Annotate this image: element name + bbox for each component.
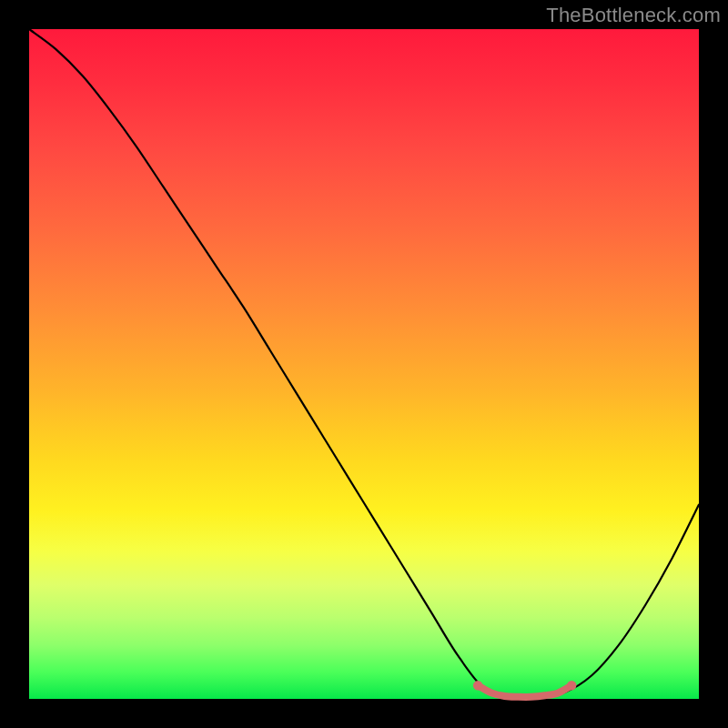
- chart-frame: TheBottleneck.com: [0, 0, 728, 728]
- optimal-range-start-dot: [473, 681, 482, 690]
- bottleneck-curve: [29, 29, 699, 698]
- plot-area: [29, 29, 699, 699]
- watermark-text: TheBottleneck.com: [546, 4, 721, 27]
- optimal-range-end-dot: [567, 681, 576, 690]
- chart-svg: [29, 29, 699, 699]
- optimal-range-marker: [478, 685, 571, 697]
